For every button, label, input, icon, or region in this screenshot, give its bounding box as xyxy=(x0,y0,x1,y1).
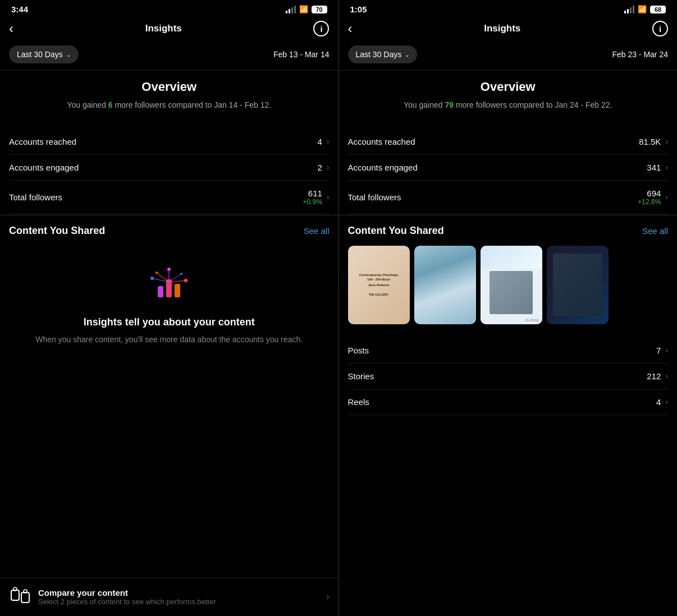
thumbnail-4[interactable] xyxy=(547,246,609,324)
left-screen: 3:44 📶 70 ‹ Insights i Last 30 Days xyxy=(0,0,339,616)
nav-bar-left: ‹ Insights i xyxy=(0,16,339,43)
wifi-icon-right: 📶 xyxy=(638,5,647,13)
wifi-icon-left: 📶 xyxy=(299,5,308,13)
empty-subtitle-left: When you share content, you'll see more … xyxy=(24,334,314,346)
followers-highlight-right: 79 xyxy=(445,100,454,109)
time-left: 3:44 xyxy=(11,4,28,14)
chevron-right-icon: › xyxy=(665,371,668,380)
signal-icon-left xyxy=(286,6,296,13)
content-title-right: Content You Shared xyxy=(348,225,444,237)
content-row-value: 212 xyxy=(647,371,661,381)
stat-label: Total followers xyxy=(348,192,401,202)
chevron-down-icon: ⌄ xyxy=(405,52,409,58)
chevron-right-icon: › xyxy=(665,163,668,172)
nav-title-left: Insights xyxy=(145,23,182,34)
overview-title-right: Overview xyxy=(350,80,666,94)
nav-bar-right: ‹ Insights i xyxy=(339,16,678,43)
svg-rect-14 xyxy=(21,592,29,603)
stat-change: +12.8% xyxy=(638,198,661,206)
stat-label: Accounts reached xyxy=(348,137,415,146)
stat-value: 81.5K xyxy=(639,137,661,146)
chevron-right-icon: › xyxy=(665,346,668,355)
compare-bar[interactable]: Compare your content Select 2 pieces of … xyxy=(0,577,339,616)
stat-row-accounts-engaged-right[interactable]: Accounts engaged 341 › xyxy=(348,155,669,181)
compare-icon xyxy=(9,586,31,608)
content-row-label: Posts xyxy=(348,346,369,355)
svg-rect-13 xyxy=(11,590,19,600)
filter-button-right[interactable]: Last 30 Days ⌄ xyxy=(348,45,418,63)
date-range-right: Feb 23 - Mar 24 xyxy=(612,50,668,59)
stat-value: 2 xyxy=(317,163,322,172)
signal-icon-right xyxy=(624,6,634,13)
stat-value: 694 xyxy=(647,189,661,198)
info-button-left[interactable]: i xyxy=(313,21,329,36)
followers-highlight-left: 6 xyxy=(108,100,113,109)
insights-chart-icon xyxy=(147,263,191,307)
stat-value: 4 xyxy=(317,137,322,146)
status-bar-left: 3:44 📶 70 xyxy=(0,0,339,16)
content-row-posts[interactable]: Posts 7 › xyxy=(348,338,669,364)
chevron-right-icon: › xyxy=(327,163,330,172)
status-bar-right: 1:05 📶 68 xyxy=(339,0,678,16)
chevron-right-icon: › xyxy=(326,592,329,602)
stat-label: Total followers xyxy=(9,192,62,202)
thumbnails-row: Contemporary Paintings 10th - 20th March… xyxy=(348,246,669,333)
overview-right: Overview You gained 79 more followers co… xyxy=(339,70,678,129)
content-section-left: Content You Shared See all xyxy=(0,214,339,577)
back-button-left[interactable]: ‹ xyxy=(9,21,13,36)
compare-title: Compare your content xyxy=(38,588,319,597)
overview-title-left: Overview xyxy=(11,80,327,94)
chevron-right-icon: › xyxy=(665,192,668,201)
stats-section-right: Accounts reached 81.5K › Accounts engage… xyxy=(339,129,678,214)
back-button-right[interactable]: ‹ xyxy=(348,21,353,36)
content-section-right: Content You Shared See all Contemporary … xyxy=(339,214,678,616)
content-row-reels[interactable]: Reels 4 › xyxy=(348,389,669,415)
stat-value: 611 xyxy=(308,189,322,198)
content-row-label: Reels xyxy=(348,397,369,407)
compare-subtitle: Select 2 pieces of content to see which … xyxy=(38,597,319,606)
stat-row-total-followers-right[interactable]: Total followers 694 +12.8% › xyxy=(348,181,669,214)
battery-right: 68 xyxy=(650,6,666,13)
filter-row-right: Last 30 Days ⌄ Feb 23 - Mar 24 xyxy=(339,43,678,70)
stats-section-left: Accounts reached 4 › Accounts engaged 2 … xyxy=(0,129,339,214)
stat-change: +0.9% xyxy=(303,198,322,206)
stat-label: Accounts engaged xyxy=(348,163,418,172)
content-rows: Posts 7 › Stories 212 › Reels xyxy=(348,333,669,420)
right-screen: 1:05 📶 68 ‹ Insights i Last 30 Days xyxy=(339,0,678,616)
content-row-stories[interactable]: Stories 212 › xyxy=(348,364,669,389)
content-header-right: Content You Shared See all xyxy=(348,225,669,237)
status-icons-left: 📶 70 xyxy=(286,5,327,13)
stat-row-accounts-engaged-left[interactable]: Accounts engaged 2 › xyxy=(9,155,330,181)
content-row-label: Stories xyxy=(348,371,374,381)
date-range-left: Feb 13 - Mar 14 xyxy=(273,50,330,59)
stat-row-accounts-reached-left[interactable]: Accounts reached 4 › xyxy=(9,129,330,155)
stat-row-total-followers-left[interactable]: Total followers 611 +0.9% › xyxy=(9,181,330,214)
thumbnail-1[interactable]: Contemporary Paintings 10th - 20th March… xyxy=(348,246,410,324)
overview-subtitle-right: You gained 79 more followers compared to… xyxy=(350,100,666,111)
thumbnail-3[interactable]: Jn.Rose xyxy=(481,246,542,324)
info-button-right[interactable]: i xyxy=(652,21,668,36)
svg-rect-0 xyxy=(158,286,163,297)
see-all-button-left[interactable]: See all xyxy=(304,226,330,236)
overview-left: Overview You gained 6 more followers com… xyxy=(0,70,339,129)
stat-label: Accounts engaged xyxy=(9,163,79,172)
screens-container: 3:44 📶 70 ‹ Insights i Last 30 Days xyxy=(0,0,677,616)
content-header-left: Content You Shared See all xyxy=(9,225,330,237)
stat-row-accounts-reached-right[interactable]: Accounts reached 81.5K › xyxy=(348,129,669,155)
see-all-button-right[interactable]: See all xyxy=(642,226,668,236)
content-row-value: 7 xyxy=(656,346,661,355)
stat-value: 341 xyxy=(647,163,661,172)
stat-label: Accounts reached xyxy=(9,137,76,146)
filter-button-left[interactable]: Last 30 Days ⌄ xyxy=(9,45,79,63)
chevron-right-icon: › xyxy=(327,192,330,201)
time-right: 1:05 xyxy=(350,4,367,14)
content-title-left: Content You Shared xyxy=(9,225,105,237)
chevron-right-icon: › xyxy=(327,137,330,146)
battery-left: 70 xyxy=(312,6,327,13)
svg-rect-2 xyxy=(175,284,180,297)
overview-subtitle-left: You gained 6 more followers compared to … xyxy=(11,100,327,111)
chevron-down-icon: ⌄ xyxy=(66,52,71,58)
thumbnail-2[interactable] xyxy=(414,246,476,324)
chevron-right-icon: › xyxy=(665,397,668,406)
filter-row-left: Last 30 Days ⌄ Feb 13 - Mar 14 xyxy=(0,43,339,70)
